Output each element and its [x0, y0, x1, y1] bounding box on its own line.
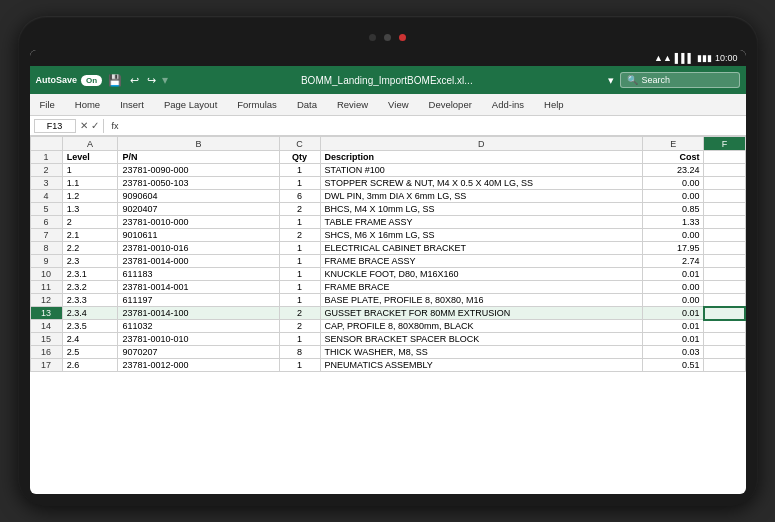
cell-level[interactable]: 2.1 — [62, 229, 118, 242]
title-dropdown-icon[interactable]: ▾ — [606, 74, 616, 87]
search-box[interactable]: 🔍 Search — [620, 72, 740, 88]
cell-description[interactable]: BASE PLATE, PROFILE 8, 80X80, M16 — [320, 294, 642, 307]
cell-cost[interactable]: 0.00 — [642, 281, 704, 294]
tab-home[interactable]: Home — [71, 96, 104, 113]
cell-qty[interactable]: 1 — [279, 281, 320, 294]
cell-f[interactable] — [704, 255, 745, 268]
cell-pn[interactable]: 9020407 — [118, 203, 279, 216]
cell-description[interactable]: FRAME BRACE ASSY — [320, 255, 642, 268]
cell-reference[interactable]: F13 — [34, 119, 76, 133]
tab-file[interactable]: File — [36, 96, 59, 113]
tab-help[interactable]: Help — [540, 96, 568, 113]
cell-qty[interactable]: 2 — [279, 320, 320, 333]
save-icon[interactable]: 💾 — [106, 74, 124, 87]
tab-data[interactable]: Data — [293, 96, 321, 113]
tab-insert[interactable]: Insert — [116, 96, 148, 113]
cell-pn[interactable]: 23781-0090-000 — [118, 164, 279, 177]
cell-f[interactable] — [704, 346, 745, 359]
cell-level[interactable]: 2.3.2 — [62, 281, 118, 294]
tab-view[interactable]: View — [384, 96, 412, 113]
cell-f[interactable] — [704, 320, 745, 333]
cell-f[interactable] — [704, 190, 745, 203]
cell-pn[interactable]: 611197 — [118, 294, 279, 307]
cell-level[interactable]: 2.3 — [62, 255, 118, 268]
cell-description[interactable]: CAP, PROFILE 8, 80X80mm, BLACK — [320, 320, 642, 333]
cell-pn[interactable]: 9010611 — [118, 229, 279, 242]
autosave-toggle[interactable]: On — [81, 75, 102, 86]
cell-pn[interactable]: 9090604 — [118, 190, 279, 203]
cell-description[interactable]: SENSOR BRACKET SPACER BLOCK — [320, 333, 642, 346]
cell-qty[interactable]: 1 — [279, 333, 320, 346]
cell-qty[interactable]: 6 — [279, 190, 320, 203]
cell-pn[interactable]: 23781-0010-000 — [118, 216, 279, 229]
cell-pn[interactable]: 23781-0014-100 — [118, 307, 279, 320]
cell-cost[interactable]: 1.33 — [642, 216, 704, 229]
cell-f[interactable] — [704, 307, 745, 320]
cell-level[interactable]: 1.2 — [62, 190, 118, 203]
cell-description[interactable]: THICK WASHER, M8, SS — [320, 346, 642, 359]
cell-level[interactable]: 2.3.1 — [62, 268, 118, 281]
cell-description[interactable]: ELECTRICAL CABINET BRACKET — [320, 242, 642, 255]
cell-pn[interactable]: 23781-0014-001 — [118, 281, 279, 294]
undo-icon[interactable]: ↩ — [128, 74, 141, 87]
cell-qty[interactable]: 1 — [279, 177, 320, 190]
cell-qty[interactable]: 1 — [279, 242, 320, 255]
cell-qty[interactable]: 1 — [279, 216, 320, 229]
cell-level[interactable]: 2.6 — [62, 359, 118, 372]
cell-qty[interactable]: 2 — [279, 307, 320, 320]
cell-qty[interactable]: 1 — [279, 164, 320, 177]
cell-f[interactable] — [704, 294, 745, 307]
cell-level[interactable]: 2 — [62, 216, 118, 229]
cell-cost[interactable]: 0.01 — [642, 307, 704, 320]
cell-description[interactable]: BHCS, M4 X 10mm LG, SS — [320, 203, 642, 216]
cell-description[interactable]: FRAME BRACE — [320, 281, 642, 294]
spreadsheet[interactable]: A B C D E F 1 Level P/N Qty D — [30, 136, 746, 494]
cell-cost[interactable]: 0.00 — [642, 229, 704, 242]
cancel-formula-icon[interactable]: ✕ — [80, 120, 88, 131]
cell-f[interactable] — [704, 164, 745, 177]
cell-level[interactable]: 2.5 — [62, 346, 118, 359]
tab-page-layout[interactable]: Page Layout — [160, 96, 221, 113]
cell-level[interactable]: 1.1 — [62, 177, 118, 190]
cell-cost[interactable]: 0.01 — [642, 268, 704, 281]
cell-f[interactable] — [704, 229, 745, 242]
cell-pn[interactable]: 611183 — [118, 268, 279, 281]
cell-pn[interactable]: 611032 — [118, 320, 279, 333]
cell-f[interactable] — [704, 216, 745, 229]
cell-pn[interactable]: 9070207 — [118, 346, 279, 359]
cell-description[interactable]: KNUCKLE FOOT, D80, M16X160 — [320, 268, 642, 281]
cell-pn[interactable]: 23781-0012-000 — [118, 359, 279, 372]
cell-f[interactable] — [704, 242, 745, 255]
cell-pn[interactable]: 23781-0050-103 — [118, 177, 279, 190]
cell-cost[interactable]: 0.51 — [642, 359, 704, 372]
cell-qty[interactable]: 1 — [279, 294, 320, 307]
cell-qty[interactable]: 2 — [279, 203, 320, 216]
cell-cost[interactable]: 23.24 — [642, 164, 704, 177]
cell-cost[interactable]: 17.95 — [642, 242, 704, 255]
cell-description[interactable]: SHCS, M6 X 16mm LG, SS — [320, 229, 642, 242]
cell-description[interactable]: GUSSET BRACKET FOR 80MM EXTRUSION — [320, 307, 642, 320]
cell-cost[interactable]: 2.74 — [642, 255, 704, 268]
cell-qty[interactable]: 1 — [279, 268, 320, 281]
cell-pn[interactable]: 23781-0010-010 — [118, 333, 279, 346]
cell-qty[interactable]: 8 — [279, 346, 320, 359]
cell-description[interactable]: STOPPER SCREW & NUT, M4 X 0.5 X 40M LG, … — [320, 177, 642, 190]
redo-icon[interactable]: ↪ — [145, 74, 158, 87]
cell-cost[interactable]: 0.00 — [642, 177, 704, 190]
cell-cost[interactable]: 0.85 — [642, 203, 704, 216]
cell-level[interactable]: 1 — [62, 164, 118, 177]
cell-cost[interactable]: 0.01 — [642, 333, 704, 346]
cell-f[interactable] — [704, 359, 745, 372]
cell-qty[interactable]: 1 — [279, 359, 320, 372]
cell-level[interactable]: 2.3.5 — [62, 320, 118, 333]
cell-description[interactable]: STATION #100 — [320, 164, 642, 177]
cell-description[interactable]: PNEUMATICS ASSEMBLY — [320, 359, 642, 372]
cell-cost[interactable]: 0.00 — [642, 294, 704, 307]
cell-level[interactable]: 2.4 — [62, 333, 118, 346]
cell-level[interactable]: 2.2 — [62, 242, 118, 255]
cell-description[interactable]: TABLE FRAME ASSY — [320, 216, 642, 229]
cell-qty[interactable]: 2 — [279, 229, 320, 242]
tab-addins[interactable]: Add-ins — [488, 96, 528, 113]
cell-pn[interactable]: 23781-0010-016 — [118, 242, 279, 255]
cell-f[interactable] — [704, 281, 745, 294]
